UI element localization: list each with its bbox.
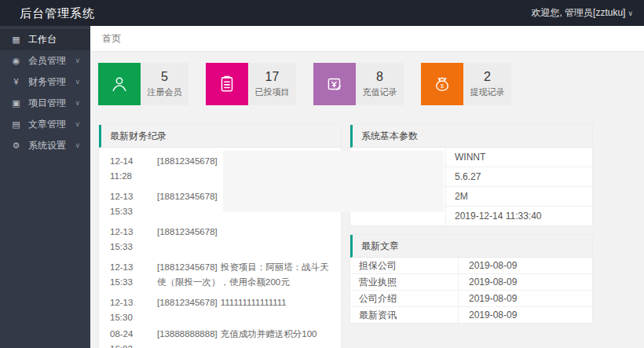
- system-params-title: 系统基本参数: [350, 125, 592, 148]
- sidebar-item-label: 系统设置: [28, 140, 66, 151]
- stat-cards-row: 5 注册会员 17 已投项目: [98, 63, 644, 105]
- sidebar-item-label: 项目管理: [28, 97, 66, 108]
- sidebar-item-projects[interactable]: ▣项目管理 ∨: [0, 93, 90, 114]
- top-header: 后台管理系统 欢迎您, 管理员[zztuku]∨: [0, 0, 644, 26]
- stat-value: 17: [265, 70, 280, 84]
- article-row: 营业执照 2019-08-09: [350, 274, 592, 291]
- record-time: 12-13 15:30: [110, 295, 157, 325]
- article-date: 2019-08-09: [459, 291, 592, 306]
- finance-record: 12-13 15:33 [18812345678]: [110, 225, 331, 255]
- article-row: 最新资讯 2019-08-09: [350, 307, 592, 323]
- article-date: 2019-08-09: [459, 274, 592, 290]
- chevron-down-icon: ∨: [628, 9, 633, 17]
- projects-icon: ▣: [10, 93, 22, 114]
- chevron-down-icon: ∨: [75, 135, 80, 156]
- app-title: 后台管理系统: [20, 0, 95, 26]
- article-date: 2019-08-09: [459, 258, 592, 273]
- record-message: 111111111111111: [221, 298, 287, 307]
- user-icon: [98, 63, 141, 105]
- record-phone: [18812345678]: [157, 227, 218, 236]
- article-date: 2019-08-09: [459, 307, 592, 323]
- article-name[interactable]: 营业执照: [350, 274, 459, 290]
- articles-panel-title: 最新文章: [350, 235, 592, 258]
- welcome-text: 欢迎您, 管理员[zztuku]: [531, 7, 625, 18]
- finance-yen-icon: ¥: [10, 71, 22, 93]
- stat-card-info: 5 注册会员: [141, 63, 188, 105]
- record-phone: [18812345678]: [157, 298, 218, 307]
- articles-panel: 最新文章 担保公司 2019-08-09 营业执照 2019-08-09 公司介…: [349, 234, 593, 324]
- sidebar-item-label: 会员管理: [28, 55, 66, 66]
- article-row: 担保公司 2019-08-09: [350, 258, 592, 274]
- record-phone: [13888888888]: [157, 329, 218, 339]
- stat-card-info: 17 已投项目: [248, 63, 296, 105]
- stat-card-recharge-records[interactable]: 8 充值记录: [313, 63, 404, 105]
- sidebar-item-finance[interactable]: ¥财务管理 ∨: [0, 71, 90, 93]
- record-time: 12-13 15:33: [110, 225, 157, 255]
- param-value: 5.6.27: [446, 167, 592, 186]
- sidebar-item-settings[interactable]: ⚙系统设置 ∨: [0, 135, 90, 156]
- sidebar-item-label: 文章管理: [28, 119, 66, 130]
- stat-card-info: 2 提现记录: [463, 63, 511, 105]
- grid-icon: ▦: [10, 29, 22, 50]
- sidebar-item-label: 工作台: [28, 34, 57, 45]
- stat-value: 2: [484, 70, 491, 84]
- chevron-down-icon: ∨: [75, 93, 80, 114]
- record-time: 08-24 16:02: [110, 327, 157, 348]
- finance-panel-title: 最新财务纪录: [99, 125, 341, 148]
- recharge-icon: [313, 63, 356, 105]
- finance-record: 12-13 15:33 [18812345678]投资项目：阿丽塔：战斗天使（限…: [110, 260, 331, 290]
- stat-value: 5: [161, 70, 168, 84]
- sidebar-item-label: 财务管理: [28, 76, 66, 87]
- record-phone: [18812345678]: [157, 156, 218, 166]
- record-message: 充值成功并赠送积分100: [221, 329, 317, 339]
- stat-card-withdraw-records[interactable]: $ 2 提现记录: [421, 63, 511, 105]
- sidebar: ▦工作台 ◉会员管理 ∨ ¥财务管理 ∨ ▣项目管理 ∨ ▤文章管理 ∨ ⚙系统…: [0, 26, 90, 348]
- chevron-down-icon: ∨: [75, 114, 80, 135]
- stat-label: 充值记录: [363, 86, 397, 98]
- stat-label: 注册会员: [148, 86, 182, 98]
- record-time: 12-13 15:33: [110, 189, 157, 219]
- article-name[interactable]: 担保公司: [350, 258, 459, 273]
- redaction-overlay: [223, 151, 444, 212]
- gear-icon: ⚙: [10, 135, 22, 156]
- finance-record: 08-24 16:02 [13888888888]充值成功并赠送积分100: [110, 327, 331, 348]
- members-icon: ◉: [10, 50, 22, 71]
- stat-label: 已投项目: [255, 86, 290, 98]
- chevron-down-icon: ∨: [75, 71, 80, 93]
- breadcrumb: 首页: [90, 26, 644, 52]
- sidebar-item-members[interactable]: ◉会员管理 ∨: [0, 50, 90, 71]
- user-menu[interactable]: 欢迎您, 管理员[zztuku]∨: [531, 0, 633, 27]
- param-value: 2M: [446, 187, 592, 206]
- articles-icon: ▤: [10, 114, 22, 135]
- record-time: 12-13 15:33: [110, 260, 157, 290]
- record-phone: [18812345678]: [157, 262, 218, 272]
- param-value: 2019-12-14 11:33:40: [446, 207, 592, 225]
- stat-card-registered-members[interactable]: 5 注册会员: [98, 63, 188, 105]
- chevron-down-icon: ∨: [75, 50, 80, 71]
- clipboard-icon: [206, 63, 248, 105]
- moneybag-icon: $: [421, 63, 463, 105]
- param-value: WINNT: [446, 148, 592, 167]
- articles-table: 担保公司 2019-08-09 营业执照 2019-08-09 公司介绍 201…: [350, 258, 592, 323]
- finance-record: 12-13 15:30 [18812345678]111111111111111: [110, 295, 331, 325]
- stat-card-info: 8 充值记录: [356, 63, 404, 105]
- stat-value: 8: [376, 70, 383, 84]
- stat-card-invested-projects[interactable]: 17 已投项目: [206, 63, 296, 105]
- sidebar-item-articles[interactable]: ▤文章管理 ∨: [0, 114, 90, 135]
- article-row: 公司介绍 2019-08-09: [350, 291, 592, 307]
- record-time: 12-14 11:28: [110, 154, 157, 184]
- record-phone: [18812345678]: [157, 192, 218, 201]
- stat-label: 提现记录: [470, 86, 505, 98]
- article-name[interactable]: 公司介绍: [350, 291, 459, 306]
- svg-text:$: $: [441, 83, 444, 89]
- breadcrumb-home[interactable]: 首页: [102, 26, 121, 51]
- article-name[interactable]: 最新资讯: [350, 307, 459, 323]
- sidebar-item-workbench[interactable]: ▦工作台: [0, 29, 90, 50]
